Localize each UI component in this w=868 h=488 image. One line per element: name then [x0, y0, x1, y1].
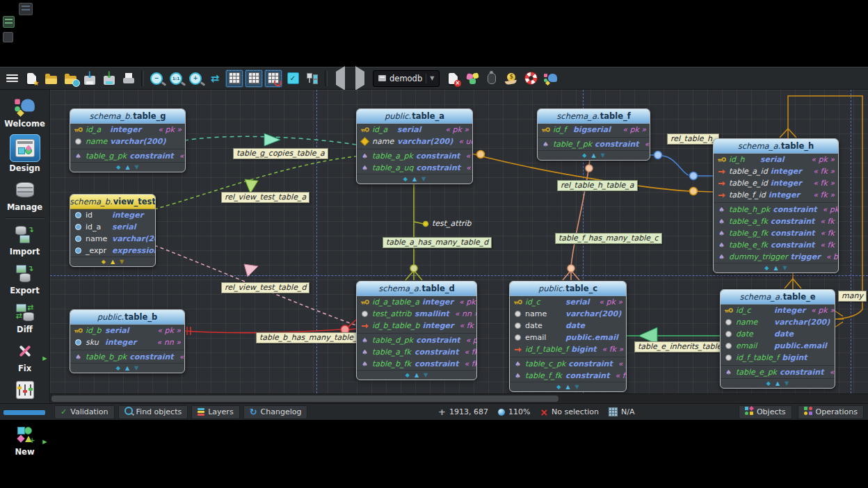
table-card-table_g[interactable]: schema_b.table_gid_ainteger« pk »namevar… — [70, 108, 186, 172]
sidebar-item-diff[interactable]: ⇄⇄Diff — [2, 299, 48, 338]
table-card-table_b[interactable]: public.table_bid_bserial« pk »skuinteger… — [70, 309, 185, 373]
table-header[interactable]: public.table_c — [510, 282, 626, 296]
sidebar-item-new[interactable]: +New▶ — [2, 421, 48, 460]
relationship-label-rel_view_test_table_d[interactable]: rel_view_test_table_d — [221, 282, 310, 293]
table-row[interactable]: namevarchar(200)« uq » — [357, 136, 472, 147]
collapse-controls[interactable]: ◆▲▼ — [510, 382, 626, 391]
toolbar-bug-report-button[interactable] — [483, 70, 501, 88]
relationship-label-many[interactable]: many — [838, 291, 867, 302]
table-row[interactable]: id_hserial« pk » — [714, 154, 838, 165]
sidebar-item-fix[interactable]: Fix▶ — [2, 338, 48, 377]
sidebar-item-manage[interactable]: Manage — [2, 177, 48, 215]
table-row[interactable]: id_cserial« pk » — [510, 296, 626, 308]
table-row[interactable]: test_attribsmallint« nn » — [357, 308, 476, 320]
table-row[interactable]: ♠table_a_pkconstraint« pk » — [357, 149, 472, 162]
sidebar-item-welcome[interactable]: Welcome — [2, 93, 48, 132]
relationship-table_f_has_many_table_c[interactable] — [563, 159, 593, 280]
table-row[interactable]: datedate — [721, 328, 835, 340]
collapse-up-icon[interactable]: ▲ — [775, 381, 780, 387]
diamond-icon[interactable]: ◆ — [582, 153, 586, 158]
database-combo[interactable]: demodb▼ — [373, 70, 440, 87]
toolbar-donate-button[interactable]: $ — [502, 70, 520, 88]
collapse-up-icon[interactable]: ▲ — [125, 366, 129, 371]
toolbar-snap-to-grid-button[interactable] — [264, 70, 282, 88]
table-row[interactable]: id_f_table_fbigint« fk » — [510, 343, 626, 355]
toolbar-open-model-button[interactable] — [42, 70, 60, 88]
diamond-icon[interactable]: ◆ — [766, 381, 771, 387]
table-card-table_e[interactable]: schema_a.table_eid_cinteger« pk »namevar… — [720, 289, 835, 389]
collapse-up-icon[interactable]: ▲ — [415, 373, 419, 378]
diamond-icon[interactable]: ◆ — [764, 266, 769, 271]
toolbar-about-pgmodeler-button[interactable] — [541, 70, 559, 88]
collapse-up-icon[interactable]: ▲ — [125, 165, 129, 170]
relationship-label-table_f_has_many_table_c[interactable]: table_f_has_many_table_c — [555, 233, 662, 244]
table-row[interactable]: table_a_idinteger« fk » — [714, 165, 838, 177]
collapse-down-icon[interactable]: ▼ — [120, 259, 124, 265]
collapse-controls[interactable]: ◆▲▼ — [714, 263, 838, 273]
collapse-controls[interactable]: ◆▲▼ — [357, 174, 472, 184]
relationship-label-rel_table_h_[interactable]: rel_table_h_ — [667, 133, 719, 145]
table-header[interactable]: schema_b.table_g — [70, 109, 185, 124]
changelog-button[interactable]: ↻Changelog — [243, 405, 308, 419]
collapse-up-icon[interactable]: ▲ — [412, 177, 417, 182]
toolbar-back-button[interactable] — [331, 70, 349, 88]
diamond-icon[interactable]: ◆ — [405, 373, 410, 378]
relationship-label-rel_table_h_table_a[interactable]: rel_table_h_table_a — [557, 180, 638, 191]
view-card-view_test[interactable]: schema_b.view_testidintegerid_aserialnam… — [70, 194, 156, 267]
table-row[interactable]: ♠table_g_fkconstraint« fk » — [714, 227, 838, 239]
collapse-down-icon[interactable]: ▼ — [424, 373, 428, 378]
table-row[interactable]: ♠table_a_fkconstraint« fk » — [357, 346, 476, 358]
collapse-controls[interactable]: ◆▲▼ — [70, 162, 185, 172]
relationship-label-table_b_has_many_table_d[interactable]: table_b_has_many_table_d — [256, 332, 366, 343]
table-row[interactable]: id_cinteger« pk » — [721, 304, 835, 316]
table-row[interactable]: ♠table_e_fkconstraint« fk » — [714, 239, 838, 251]
table-card-table_f[interactable]: schema_a.table_fid_fbigserial« pk »♠tabl… — [537, 108, 650, 161]
table-row[interactable]: id_ainteger« pk » — [70, 124, 185, 136]
toolbar-save-as-button[interactable]: ↓ — [100, 70, 118, 88]
objects-button[interactable]: Objects — [739, 405, 792, 419]
table-row[interactable]: ♠table_f_pkconstraint« pk » — [538, 137, 650, 150]
diamond-icon[interactable]: ◆ — [556, 384, 561, 390]
table-row[interactable]: ♠table_b_fkconstraint« fk » — [357, 358, 476, 370]
sidebar-item-export[interactable]: ↴Export — [2, 260, 48, 299]
collapse-controls[interactable]: ◆▲▼ — [721, 378, 835, 388]
collapse-up-icon[interactable]: ▲ — [565, 384, 570, 390]
operations-button[interactable]: Operations — [798, 405, 864, 419]
table-row[interactable]: id_aserial — [70, 221, 155, 233]
table-row[interactable]: ♠table_f_fkconstraint« fk » — [510, 370, 626, 382]
table-header[interactable]: schema_a.table_d — [357, 282, 476, 296]
table-row[interactable]: ♠dummy_triggertrigger« b i » — [714, 251, 838, 263]
collapse-down-icon[interactable]: ▼ — [601, 153, 605, 158]
horizontal-scrollbar[interactable] — [50, 393, 868, 404]
table-row[interactable]: emailpublic.email — [510, 332, 626, 343]
relationship-label-table_a_has_many_table_d[interactable]: table_a_has_many_table_d — [383, 237, 492, 248]
table-card-table_a[interactable]: public.table_aid_aserial« pk »namevarcha… — [356, 108, 473, 184]
table-row[interactable]: emailpublic.email — [721, 340, 835, 352]
table-row[interactable]: ♠table_d_pkconstraint« pk » — [357, 333, 476, 346]
toolbar-zoom-in-button[interactable]: + — [186, 70, 204, 88]
table-row[interactable]: namevarchar(200) — [510, 308, 626, 320]
diamond-icon[interactable]: ◆ — [403, 177, 408, 182]
toolbar-zoom-original-button[interactable]: 1:1 — [167, 70, 185, 88]
table-row[interactable]: id_b_table_binteger« fk nn » — [357, 320, 476, 332]
collapse-up-icon[interactable]: ▲ — [773, 266, 778, 271]
diagram-canvas[interactable]: table_g_copies_table_arel_view_test_tabl… — [50, 90, 868, 393]
table-card-table_h[interactable]: schema_a.table_hid_hserial« pk »table_a_… — [713, 138, 839, 273]
toolbar-save-model-button[interactable]: ↓ — [81, 70, 99, 88]
table-row[interactable]: id_fbigserial« pk » — [538, 124, 650, 136]
table-row[interactable]: idinteger — [70, 209, 155, 221]
table-row[interactable]: skuinteger« nn » — [70, 336, 184, 348]
relationship-label-table_e_inherits_table_c[interactable]: table_e_inherits_table_c — [634, 341, 733, 352]
expand-arrow-icon[interactable]: ▶ — [42, 439, 47, 445]
table-row[interactable]: ♠table_a_uqconstraint« uq » — [357, 162, 472, 174]
collapse-controls[interactable]: ◆▲▼ — [70, 363, 184, 373]
relationship-table_g_copies_table_a[interactable] — [184, 133, 356, 146]
collapse-down-icon[interactable]: ▼ — [134, 366, 138, 371]
diamond-icon[interactable]: ◆ — [116, 165, 120, 170]
table-header[interactable]: schema_a.table_h — [714, 139, 838, 154]
table-row[interactable]: id_a_table_ainteger« pk fk » — [357, 296, 476, 308]
table-header[interactable]: public.table_b — [70, 310, 184, 325]
table-card-table_d[interactable]: schema_a.table_did_a_table_ainteger« pk … — [356, 281, 477, 380]
toolbar-new-model-button[interactable]: ★ — [22, 70, 40, 88]
toolbar-recent-models-button[interactable] — [61, 70, 79, 88]
